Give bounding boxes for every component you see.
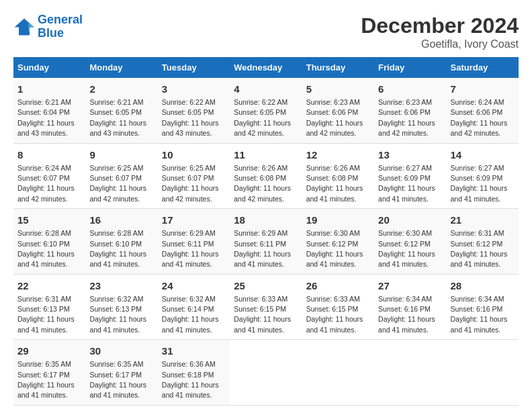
day-number: 6 — [378, 82, 442, 96]
calendar-week-row: 22 Sunrise: 6:31 AM Sunset: 6:13 PM Dayl… — [13, 274, 519, 340]
day-number: 29 — [17, 344, 81, 358]
calendar-cell: 20 Sunrise: 6:30 AM Sunset: 6:12 PM Dayl… — [374, 209, 446, 275]
day-number: 17 — [162, 213, 226, 227]
day-sunrise: Sunrise: 6:23 AM — [306, 98, 360, 106]
day-sunrise: Sunrise: 6:26 AM — [234, 164, 287, 172]
day-sunset: Sunset: 6:17 PM — [17, 371, 70, 379]
day-daylight: Daylight: 11 hours and 41 minutes. — [17, 315, 75, 333]
day-number: 31 — [162, 344, 226, 358]
calendar-cell: 31 Sunrise: 6:36 AM Sunset: 6:18 PM Dayl… — [158, 340, 230, 406]
day-sunset: Sunset: 6:05 PM — [89, 108, 142, 116]
day-daylight: Daylight: 11 hours and 42 minutes. — [378, 119, 435, 137]
day-sunrise: Sunrise: 6:27 AM — [378, 164, 432, 172]
day-daylight: Daylight: 11 hours and 42 minutes. — [89, 184, 146, 202]
day-sunrise: Sunrise: 6:29 AM — [162, 229, 216, 237]
calendar-cell — [302, 340, 374, 406]
day-daylight: Daylight: 11 hours and 42 minutes. — [234, 119, 291, 137]
day-number: 15 — [17, 213, 81, 227]
day-number: 24 — [162, 279, 226, 293]
day-sunset: Sunset: 6:11 PM — [234, 240, 286, 248]
calendar-cell: 8 Sunrise: 6:24 AM Sunset: 6:07 PM Dayli… — [13, 143, 85, 209]
day-sunrise: Sunrise: 6:29 AM — [234, 229, 287, 237]
calendar-week-row: 29 Sunrise: 6:35 AM Sunset: 6:17 PM Dayl… — [13, 340, 519, 406]
day-sunset: Sunset: 6:08 PM — [234, 174, 286, 182]
calendar-week-row: 8 Sunrise: 6:24 AM Sunset: 6:07 PM Dayli… — [13, 143, 519, 209]
day-sunset: Sunset: 6:06 PM — [306, 108, 359, 116]
day-number: 4 — [234, 82, 298, 96]
day-number: 26 — [306, 279, 370, 293]
day-number: 19 — [306, 213, 370, 227]
day-number: 12 — [306, 148, 370, 162]
day-daylight: Daylight: 11 hours and 41 minutes. — [378, 184, 435, 202]
calendar-cell: 18 Sunrise: 6:29 AM Sunset: 6:11 PM Dayl… — [230, 209, 302, 275]
day-daylight: Daylight: 11 hours and 42 minutes. — [17, 184, 75, 202]
calendar-cell: 12 Sunrise: 6:26 AM Sunset: 6:08 PM Dayl… — [302, 143, 374, 209]
calendar-cell: 30 Sunrise: 6:35 AM Sunset: 6:17 PM Dayl… — [85, 340, 157, 406]
day-sunset: Sunset: 6:07 PM — [89, 174, 142, 182]
calendar-cell: 1 Sunrise: 6:21 AM Sunset: 6:04 PM Dayli… — [13, 78, 85, 143]
day-daylight: Daylight: 11 hours and 41 minutes. — [162, 381, 219, 399]
day-sunrise: Sunrise: 6:27 AM — [451, 164, 504, 172]
calendar-cell: 23 Sunrise: 6:32 AM Sunset: 6:13 PM Dayl… — [85, 274, 157, 340]
calendar-cell: 19 Sunrise: 6:30 AM Sunset: 6:12 PM Dayl… — [302, 209, 374, 275]
day-number: 2 — [89, 82, 153, 96]
logo-text: General Blue — [38, 13, 83, 40]
calendar-cell: 3 Sunrise: 6:22 AM Sunset: 6:05 PM Dayli… — [158, 78, 230, 143]
day-sunrise: Sunrise: 6:34 AM — [451, 295, 504, 303]
day-daylight: Daylight: 11 hours and 43 minutes. — [17, 119, 75, 137]
day-sunset: Sunset: 6:04 PM — [17, 108, 70, 116]
calendar-table: Sunday Monday Tuesday Wednesday Thursday… — [13, 57, 519, 406]
day-daylight: Daylight: 11 hours and 41 minutes. — [162, 250, 219, 268]
day-number: 23 — [89, 279, 153, 293]
calendar-cell: 21 Sunrise: 6:31 AM Sunset: 6:12 PM Dayl… — [447, 209, 519, 275]
day-daylight: Daylight: 11 hours and 41 minutes. — [378, 315, 435, 333]
day-sunrise: Sunrise: 6:35 AM — [89, 360, 143, 368]
header-tuesday: Tuesday — [158, 57, 230, 78]
day-number: 16 — [89, 213, 153, 227]
calendar-cell: 27 Sunrise: 6:34 AM Sunset: 6:16 PM Dayl… — [374, 274, 446, 340]
day-sunrise: Sunrise: 6:31 AM — [451, 229, 504, 237]
calendar-cell: 29 Sunrise: 6:35 AM Sunset: 6:17 PM Dayl… — [13, 340, 85, 406]
day-sunset: Sunset: 6:07 PM — [17, 174, 70, 182]
day-sunrise: Sunrise: 6:22 AM — [162, 98, 216, 106]
day-daylight: Daylight: 11 hours and 41 minutes. — [306, 250, 363, 268]
header-thursday: Thursday — [302, 57, 374, 78]
day-sunset: Sunset: 6:14 PM — [162, 305, 214, 313]
day-sunset: Sunset: 6:12 PM — [306, 240, 359, 248]
day-daylight: Daylight: 11 hours and 41 minutes. — [89, 250, 146, 268]
day-number: 30 — [89, 344, 153, 358]
calendar-cell: 28 Sunrise: 6:34 AM Sunset: 6:16 PM Dayl… — [447, 274, 519, 340]
day-daylight: Daylight: 11 hours and 42 minutes. — [234, 184, 291, 202]
calendar-cell: 13 Sunrise: 6:27 AM Sunset: 6:09 PM Dayl… — [374, 143, 446, 209]
day-number: 1 — [17, 82, 81, 96]
header-monday: Monday — [85, 57, 157, 78]
day-sunrise: Sunrise: 6:26 AM — [306, 164, 360, 172]
calendar-cell: 24 Sunrise: 6:32 AM Sunset: 6:14 PM Dayl… — [158, 274, 230, 340]
day-sunrise: Sunrise: 6:28 AM — [89, 229, 143, 237]
day-sunset: Sunset: 6:11 PM — [162, 240, 214, 248]
day-sunset: Sunset: 6:09 PM — [451, 174, 503, 182]
day-number: 5 — [306, 82, 370, 96]
day-sunset: Sunset: 6:12 PM — [378, 240, 431, 248]
day-number: 18 — [234, 213, 298, 227]
day-daylight: Daylight: 11 hours and 41 minutes. — [306, 184, 363, 202]
calendar-cell: 11 Sunrise: 6:26 AM Sunset: 6:08 PM Dayl… — [230, 143, 302, 209]
day-sunset: Sunset: 6:06 PM — [451, 108, 503, 116]
day-number: 3 — [162, 82, 226, 96]
calendar-cell: 4 Sunrise: 6:22 AM Sunset: 6:05 PM Dayli… — [230, 78, 302, 143]
day-sunrise: Sunrise: 6:32 AM — [89, 295, 143, 303]
day-daylight: Daylight: 11 hours and 41 minutes. — [451, 250, 508, 268]
day-sunrise: Sunrise: 6:34 AM — [378, 295, 432, 303]
day-daylight: Daylight: 11 hours and 41 minutes. — [162, 315, 219, 333]
day-sunrise: Sunrise: 6:25 AM — [89, 164, 143, 172]
day-sunset: Sunset: 6:13 PM — [17, 305, 70, 313]
header-wednesday: Wednesday — [230, 57, 302, 78]
header-friday: Friday — [374, 57, 446, 78]
day-number: 25 — [234, 279, 298, 293]
day-sunset: Sunset: 6:12 PM — [451, 240, 503, 248]
day-sunset: Sunset: 6:17 PM — [89, 371, 142, 379]
calendar-cell: 22 Sunrise: 6:31 AM Sunset: 6:13 PM Dayl… — [13, 274, 85, 340]
calendar-cell: 7 Sunrise: 6:24 AM Sunset: 6:06 PM Dayli… — [447, 78, 519, 143]
calendar-week-row: 15 Sunrise: 6:28 AM Sunset: 6:10 PM Dayl… — [13, 209, 519, 275]
day-daylight: Daylight: 11 hours and 41 minutes. — [451, 315, 508, 333]
